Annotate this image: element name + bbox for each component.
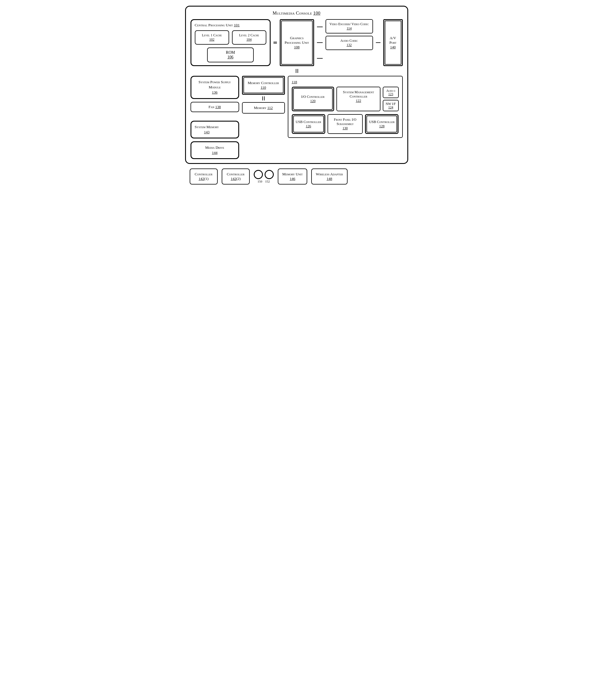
gpu-mem-connector bbox=[280, 69, 314, 73]
av-port-inner: A/V Port 140 bbox=[385, 21, 401, 65]
io-hub-number: 118 bbox=[292, 80, 399, 84]
memory-box: Memory 112 bbox=[242, 102, 285, 114]
sys-mgmt-box: System Management Controller 122 bbox=[337, 87, 381, 111]
system-memory-box: System Memory 143 bbox=[191, 121, 239, 139]
multimedia-console: Multimedia Console 100 Central Processin… bbox=[185, 6, 408, 164]
video-audio-stack: Video Encoder/ Video Codec 114 Audio Cod… bbox=[325, 19, 373, 66]
usb-port-labels: 150 152 bbox=[258, 180, 270, 183]
usb128-inner: USB Controller 128 bbox=[366, 116, 397, 132]
gpu-inner: Graphics Processing Unit 108 bbox=[281, 21, 313, 65]
mem-controller-outer: Memory Controller 110 bbox=[242, 76, 285, 95]
left-devices-col: System Power Supply Module 136 Fan 138 S… bbox=[191, 76, 239, 159]
io-controller-outer: I/O Controller 120 bbox=[292, 87, 334, 111]
usb-circles bbox=[254, 170, 274, 179]
system-memory-section: System Memory 143 bbox=[191, 121, 239, 139]
io-controller-inner: I/O Controller 120 bbox=[293, 88, 333, 110]
cpu-gpu-connector bbox=[273, 19, 277, 66]
io-top-row: I/O Controller 120 System Management Con… bbox=[292, 87, 399, 111]
video-encoder-box: Video Encoder/ Video Codec 114 bbox=[325, 19, 373, 34]
bottom-external-section: Controller 142(1) Controller 142(2) 150 … bbox=[185, 168, 408, 185]
audio-codec-box: Audio Codec 132 bbox=[325, 36, 373, 50]
io-group-box: 118 I/O Controller 120 System Management… bbox=[288, 76, 403, 138]
media-drive-box: Media Drive 144 bbox=[191, 141, 239, 159]
controller-142-1-box: Controller 142(1) bbox=[190, 168, 218, 185]
gpu-outer: Graphics Processing Unit 108 bbox=[280, 19, 314, 66]
mem-controller-inner: Memory Controller 110 bbox=[243, 77, 283, 93]
memory-unit-box: Memory Unit 146 bbox=[278, 168, 307, 185]
media-drive-section: Media Drive 144 bbox=[191, 141, 239, 159]
controller-142-2-box: Controller 142(2) bbox=[222, 168, 250, 185]
usb126-inner: USB Controller 126 bbox=[293, 116, 324, 132]
audio-nw-col: Audi o 123 NW I/F 124 bbox=[383, 87, 398, 111]
mem-center-col: Memory Controller 110 Memory 112 bbox=[242, 76, 285, 114]
audio-small-box: Audi o 123 bbox=[383, 87, 398, 98]
cpu-title: Central Processing Unit 101 bbox=[195, 23, 266, 28]
level2-cache-box: Level 2 Cache 104 bbox=[232, 30, 266, 45]
usb-circle-150 bbox=[254, 170, 263, 179]
av-connector bbox=[376, 19, 381, 66]
usb-circle-152 bbox=[265, 170, 274, 179]
power-supply-box: System Power Supply Module 136 bbox=[191, 76, 239, 99]
io-bottom-row: USB Controller 126 Front Panel I/O Subas… bbox=[292, 114, 399, 134]
usb128-outer: USB Controller 128 bbox=[365, 114, 398, 134]
rom-box: ROM 106 bbox=[207, 47, 254, 62]
gpu-av-connectors bbox=[317, 19, 323, 66]
usb-ports-group: 150 152 bbox=[254, 170, 274, 183]
multimedia-console-title: Multimedia Console 100 bbox=[191, 10, 403, 16]
wireless-adapter-box: Wireless Adapter 148 bbox=[311, 168, 348, 185]
level1-cache-box: Level 1 Cache 102 bbox=[195, 30, 229, 45]
nw-if-box: NW I/F 124 bbox=[383, 100, 398, 111]
memctrl-mem-connector bbox=[242, 96, 285, 101]
cpu-block: Central Processing Unit 101 Level 1 Cach… bbox=[191, 19, 271, 66]
av-port-outer: A/V Port 140 bbox=[383, 19, 403, 66]
front-panel-box: Front Panel I/O Subassembly 130 bbox=[327, 114, 363, 134]
fan-box: Fan 138 bbox=[191, 102, 239, 112]
usb126-outer: USB Controller 126 bbox=[292, 114, 325, 134]
